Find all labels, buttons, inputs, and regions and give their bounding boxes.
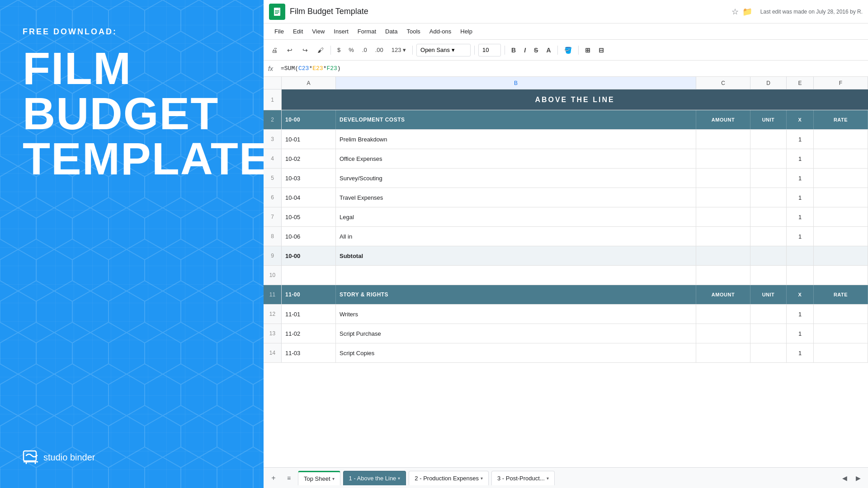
- formula-input[interactable]: =SUM(C23*E23*F23): [281, 65, 863, 72]
- cell-9-e[interactable]: [787, 246, 814, 265]
- col-header-c[interactable]: C: [696, 77, 750, 89]
- cell-13-a[interactable]: 11-02: [282, 324, 336, 343]
- cell-13-e[interactable]: 1: [787, 324, 814, 343]
- cell-12-d[interactable]: [750, 305, 787, 324]
- cell-4-c[interactable]: [696, 149, 750, 168]
- menu-edit[interactable]: Edit: [289, 26, 307, 37]
- fill-color-button[interactable]: 🪣: [561, 44, 575, 56]
- cell-14-c[interactable]: [696, 343, 750, 362]
- nav-arrow-left[interactable]: ◀: [838, 472, 851, 484]
- cell-10-e[interactable]: [787, 266, 814, 285]
- merge-cells-button[interactable]: ⊟: [596, 44, 607, 56]
- decimal-increase-button[interactable]: .00: [373, 44, 386, 56]
- cell-4-b[interactable]: Office Expenses: [336, 149, 696, 168]
- cell-10-a[interactable]: [282, 266, 336, 285]
- cell-5-a[interactable]: 10-03: [282, 169, 336, 188]
- undo-button[interactable]: ↩: [283, 44, 296, 56]
- cell-4-a[interactable]: 10-02: [282, 149, 336, 168]
- menu-data[interactable]: Data: [382, 26, 401, 37]
- cell-12-a[interactable]: 11-01: [282, 305, 336, 324]
- cell-2-c[interactable]: AMOUNT: [696, 110, 750, 129]
- cell-14-e[interactable]: 1: [787, 343, 814, 362]
- folder-icon[interactable]: 📁: [742, 7, 752, 17]
- cell-14-a[interactable]: 11-03: [282, 343, 336, 362]
- cell-10-c[interactable]: [696, 266, 750, 285]
- cell-11-b[interactable]: STORY & RIGHTS: [336, 285, 696, 304]
- cell-13-f[interactable]: [814, 324, 868, 343]
- sheet-tab-production-expenses[interactable]: 2 - Production Expenses ▾: [409, 471, 489, 485]
- add-sheet-button[interactable]: +: [267, 472, 280, 484]
- cell-11-e[interactable]: X: [787, 285, 814, 304]
- italic-button[interactable]: I: [521, 44, 528, 56]
- menu-view[interactable]: View: [308, 26, 328, 37]
- strikethrough-button[interactable]: S: [531, 44, 541, 56]
- cell-8-c[interactable]: [696, 227, 750, 246]
- col-header-e[interactable]: E: [787, 77, 814, 89]
- cell-12-b[interactable]: Writers: [336, 305, 696, 324]
- cell-4-d[interactable]: [750, 149, 787, 168]
- cell-7-e[interactable]: 1: [787, 207, 814, 226]
- cell-5-f[interactable]: [814, 169, 868, 188]
- menu-tools[interactable]: Tools: [403, 26, 424, 37]
- cell-5-b[interactable]: Survey/Scouting: [336, 169, 696, 188]
- cell-11-a[interactable]: 11-00: [282, 285, 336, 304]
- cell-11-c[interactable]: AMOUNT: [696, 285, 750, 304]
- cell-3-c[interactable]: [696, 130, 750, 149]
- cell-2-f[interactable]: RATE: [814, 110, 868, 129]
- cell-2-e[interactable]: X: [787, 110, 814, 129]
- cell-13-c[interactable]: [696, 324, 750, 343]
- text-color-button[interactable]: A: [543, 44, 553, 56]
- cell-12-c[interactable]: [696, 305, 750, 324]
- cell-10-f[interactable]: [814, 266, 868, 285]
- cell-13-b[interactable]: Script Purchase: [336, 324, 696, 343]
- nav-arrow-right[interactable]: ▶: [852, 472, 864, 484]
- col-header-d[interactable]: D: [750, 77, 787, 89]
- cell-above-the-line[interactable]: ABOVE THE LINE: [282, 89, 868, 110]
- cell-8-b[interactable]: All in: [336, 227, 696, 246]
- star-icon[interactable]: ☆: [731, 7, 739, 17]
- cell-6-c[interactable]: [696, 188, 750, 207]
- cell-2-d[interactable]: UNIT: [750, 110, 787, 129]
- cell-8-f[interactable]: [814, 227, 868, 246]
- sheet-tab-top-sheet[interactable]: Top Sheet ▾: [298, 471, 340, 485]
- cell-4-f[interactable]: [814, 149, 868, 168]
- menu-insert[interactable]: Insert: [330, 26, 352, 37]
- cell-11-f[interactable]: RATE: [814, 285, 868, 304]
- number-format-button[interactable]: 123 ▾: [389, 44, 409, 56]
- col-header-f[interactable]: F: [814, 77, 868, 89]
- cell-5-e[interactable]: 1: [787, 169, 814, 188]
- sheet-list-button[interactable]: ≡: [283, 472, 295, 484]
- cell-13-d[interactable]: [750, 324, 787, 343]
- percent-button[interactable]: %: [346, 44, 357, 56]
- cell-7-b[interactable]: Legal: [336, 207, 696, 226]
- cell-8-d[interactable]: [750, 227, 787, 246]
- cell-14-b[interactable]: Script Copies: [336, 343, 696, 362]
- cell-6-f[interactable]: [814, 188, 868, 207]
- col-header-b[interactable]: B: [336, 77, 696, 89]
- cell-8-a[interactable]: 10-06: [282, 227, 336, 246]
- bold-button[interactable]: B: [509, 44, 519, 56]
- menu-format[interactable]: Format: [354, 26, 380, 37]
- cell-6-a[interactable]: 10-04: [282, 188, 336, 207]
- menu-addons[interactable]: Add-ons: [426, 26, 455, 37]
- cell-10-b[interactable]: [336, 266, 696, 285]
- cell-11-d[interactable]: UNIT: [750, 285, 787, 304]
- cell-7-a[interactable]: 10-05: [282, 207, 336, 226]
- sheet-tab-post-production[interactable]: 3 - Post-Product... ▾: [491, 471, 555, 485]
- font-selector[interactable]: Open Sans ▾: [416, 44, 471, 56]
- document-title[interactable]: Film Budget Template: [290, 7, 727, 16]
- cell-12-f[interactable]: [814, 305, 868, 324]
- cell-9-b[interactable]: Subtotal: [336, 246, 696, 265]
- cell-6-b[interactable]: Travel Expenses: [336, 188, 696, 207]
- cell-3-a[interactable]: 10-01: [282, 130, 336, 149]
- cell-9-f[interactable]: [814, 246, 868, 265]
- cell-14-f[interactable]: [814, 343, 868, 362]
- print-button[interactable]: 🖨: [268, 44, 281, 56]
- decimal-decrease-button[interactable]: .0: [359, 44, 370, 56]
- font-size-selector[interactable]: 10: [478, 44, 501, 56]
- cell-7-d[interactable]: [750, 207, 787, 226]
- cell-2-a[interactable]: 10-00: [282, 110, 336, 129]
- cell-3-f[interactable]: [814, 130, 868, 149]
- cell-8-e[interactable]: 1: [787, 227, 814, 246]
- cell-9-d[interactable]: [750, 246, 787, 265]
